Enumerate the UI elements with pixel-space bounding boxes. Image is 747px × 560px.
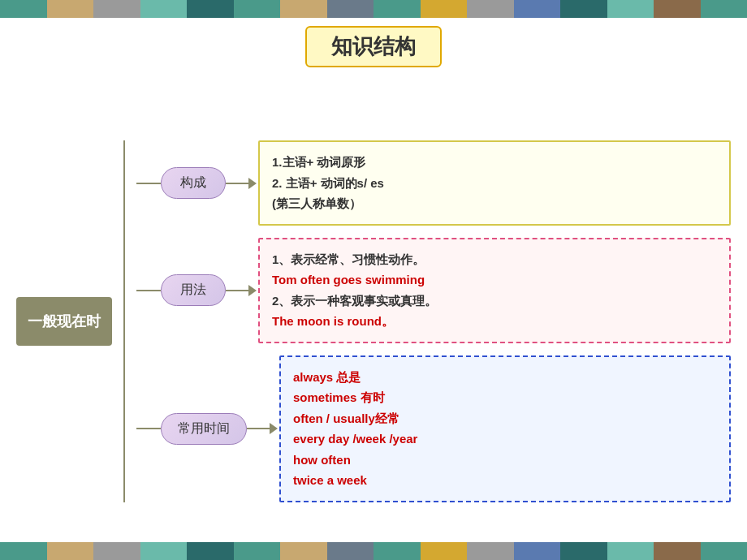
content-line: often / usually经常 (293, 408, 717, 429)
bar-segment (421, 542, 468, 560)
bar-segment (701, 0, 748, 18)
h-connector (136, 290, 161, 291)
content-line: every day /week /year (293, 429, 717, 450)
bar-segment (187, 0, 234, 18)
page-title: 知识结构 (305, 26, 442, 67)
tree-structure: 构成1.主语+ 动词原形2. 主语+ 动词的s/ es (第三人称单数）用法1、… (112, 140, 731, 502)
h-connector (136, 428, 161, 429)
h-connector (136, 183, 161, 184)
bar-segment (140, 542, 188, 560)
title-area: 知识结构 (0, 26, 747, 67)
branches-container: 构成1.主语+ 动词原形2. 主语+ 动词的s/ es (第三人称单数）用法1、… (136, 140, 731, 502)
bar-segment (467, 0, 514, 18)
content-box-branch-3: always 总是sometimes 有时often / usually经常ev… (279, 355, 731, 502)
bar-segment (701, 542, 748, 560)
arrow-icon (247, 420, 279, 437)
bar-segment (467, 542, 514, 560)
bar-segment (47, 0, 94, 18)
bar-segment (0, 0, 47, 18)
bar-segment (327, 542, 374, 560)
content-line: sometimes 有时 (293, 387, 717, 408)
vertical-line (123, 140, 125, 502)
bar-segment (607, 542, 654, 560)
content-line: 2. 主语+ 动词的s/ es (272, 173, 717, 194)
bar-segment (514, 0, 561, 18)
bar-segment (560, 0, 607, 18)
pill-branch-2: 用法 (161, 274, 226, 306)
bar-segment (421, 0, 468, 18)
bottom-decorative-bar (0, 542, 747, 560)
arrow-icon (226, 175, 258, 192)
content-line: Tom often goes swimming (272, 269, 717, 291)
bar-segment (140, 0, 188, 18)
main-content: 一般现在时 构成1.主语+ 动词原形2. 主语+ 动词的s/ es (第三人称单… (0, 84, 747, 559)
arrow-icon (226, 282, 258, 299)
branch-row-3: 常用时间always 总是sometimes 有时often / usually… (136, 355, 731, 502)
content-line: The moon is round。 (272, 311, 717, 332)
bar-segment (327, 0, 374, 18)
bar-segment (374, 542, 421, 560)
bar-segment (47, 542, 94, 560)
bar-segment (187, 542, 234, 560)
bar-segment (93, 0, 140, 18)
bar-segment (280, 0, 327, 18)
bar-segment (0, 542, 47, 560)
bar-segment (607, 0, 654, 18)
pill-branch-3: 常用时间 (161, 413, 247, 445)
bar-segment (560, 542, 607, 560)
content-line: 1、表示经常、习惯性动作。 (272, 249, 717, 270)
branch-row-1: 构成1.主语+ 动词原形2. 主语+ 动词的s/ es (第三人称单数） (136, 140, 731, 226)
bar-segment (234, 542, 281, 560)
content-line: always 总是 (293, 367, 717, 388)
content-line: how often (293, 450, 717, 471)
content-box-branch-2: 1、表示经常、习惯性动作。Tom often goes swimming2、表示… (258, 238, 731, 343)
content-line: 1.主语+ 动词原形 (272, 152, 717, 173)
top-decorative-bar (0, 0, 747, 18)
bar-segment (280, 542, 327, 560)
bar-segment (654, 542, 701, 560)
content-box-branch-1: 1.主语+ 动词原形2. 主语+ 动词的s/ es (第三人称单数） (258, 140, 731, 226)
bar-segment (514, 542, 561, 560)
pill-branch-1: 构成 (161, 167, 226, 199)
content-line: (第三人称单数） (272, 193, 717, 214)
vertical-connector (112, 140, 136, 502)
content-line: twice a week (293, 470, 717, 491)
bar-segment (374, 0, 421, 18)
left-label: 一般现在时 (16, 297, 112, 346)
bar-segment (654, 0, 701, 18)
branch-row-2: 用法1、表示经常、习惯性动作。Tom often goes swimming2、… (136, 238, 731, 343)
content-line: 2、表示一种客观事实或真理。 (272, 291, 717, 312)
bar-segment (93, 542, 140, 560)
bar-segment (234, 0, 281, 18)
